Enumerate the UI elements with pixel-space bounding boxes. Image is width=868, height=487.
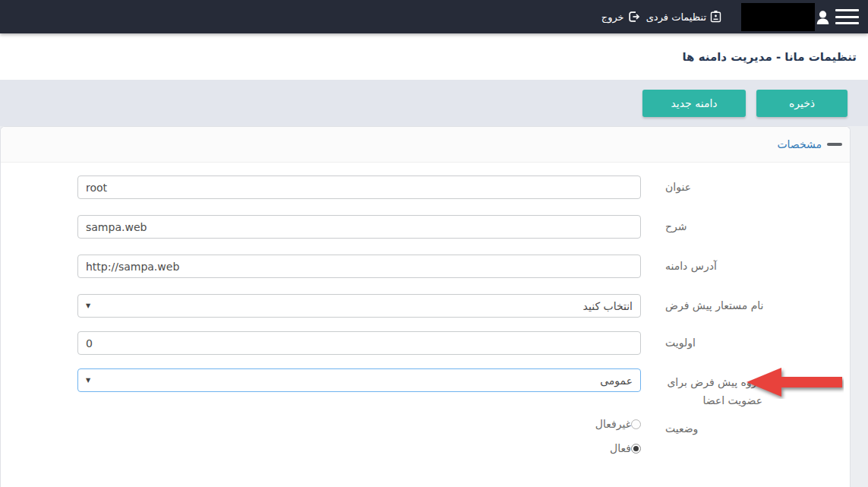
status-option-inactive[interactable]: غیرفعال bbox=[595, 419, 641, 429]
form-row-priority: اولویت bbox=[1, 331, 850, 355]
priority-label: اولویت bbox=[641, 337, 850, 349]
action-toolbar: ذخیره دامنه جدید bbox=[0, 80, 868, 126]
domain-form: عنوان شرح آدرس دامنه نام مستعار پیش فرض bbox=[1, 163, 850, 454]
hamburger-menu-icon[interactable] bbox=[835, 9, 859, 24]
caret-down-icon: ▼ bbox=[86, 378, 90, 384]
radio-checked-icon[interactable] bbox=[631, 444, 641, 454]
status-option-active[interactable]: فعال bbox=[610, 443, 641, 454]
default-alias-select[interactable]: انتخاب کنید ▼ bbox=[77, 294, 641, 318]
title-bar: تنظیمات مانا - مدیریت دامنه ها bbox=[0, 33, 868, 80]
form-row-title: عنوان bbox=[1, 176, 850, 199]
nav-logout[interactable]: خروج bbox=[601, 11, 640, 23]
panel-title[interactable]: مشخصات bbox=[777, 138, 822, 150]
nav-personal-settings-label: تنظیمات فردی bbox=[646, 11, 706, 23]
title-label: عنوان bbox=[641, 181, 850, 194]
page-content: مشخصات عنوان شرح آدرس دامنه bbox=[0, 126, 868, 487]
default-alias-label: نام مستعار پیش فرض bbox=[641, 299, 850, 312]
radio-unchecked-icon[interactable] bbox=[631, 419, 641, 429]
save-button[interactable]: ذخیره bbox=[756, 90, 847, 117]
domain-address-input[interactable] bbox=[77, 255, 641, 278]
specifications-panel: مشخصات عنوان شرح آدرس دامنه bbox=[0, 126, 851, 487]
domain-address-label: آدرس دامنه bbox=[641, 260, 850, 273]
form-row-description: شرح bbox=[1, 215, 850, 239]
default-alias-selected-value: انتخاب کنید bbox=[583, 300, 633, 312]
nav-logout-label: خروج bbox=[601, 11, 624, 23]
top-navbar: تنظیمات فردی خروج bbox=[0, 0, 868, 33]
status-inactive-label: غیرفعال bbox=[595, 418, 631, 430]
nav-personal-settings[interactable]: تنظیمات فردی bbox=[646, 11, 721, 23]
new-domain-button[interactable]: دامنه جدید bbox=[642, 90, 746, 117]
form-row-default-alias: نام مستعار پیش فرض انتخاب کنید ▼ bbox=[1, 294, 850, 318]
page-title: تنظیمات مانا - مدیریت دامنه ها bbox=[682, 50, 857, 64]
title-input[interactable] bbox=[77, 176, 641, 199]
form-row-default-group: گروه پیش فرض برای عضویت اعضا عمومی ▼ bbox=[1, 368, 850, 410]
form-row-status: وضعیت غیرفعال فعال bbox=[1, 419, 850, 454]
logout-icon bbox=[628, 11, 640, 23]
person-icon[interactable] bbox=[815, 9, 831, 25]
status-label: وضعیت bbox=[641, 419, 850, 435]
caret-down-icon: ▼ bbox=[86, 303, 90, 309]
default-group-select[interactable]: عمومی ▼ bbox=[77, 368, 641, 392]
collapse-icon[interactable] bbox=[827, 143, 842, 146]
id-card-icon bbox=[710, 11, 721, 23]
priority-input[interactable] bbox=[77, 331, 641, 355]
default-group-selected-value: عمومی bbox=[600, 375, 633, 387]
form-row-domain-address: آدرس دامنه bbox=[1, 255, 850, 278]
description-input[interactable] bbox=[77, 215, 641, 239]
redacted-username bbox=[741, 3, 815, 31]
description-label: شرح bbox=[641, 220, 850, 233]
status-active-label: فعال bbox=[610, 442, 631, 454]
status-radio-group: غیرفعال فعال bbox=[77, 419, 641, 454]
panel-header: مشخصات bbox=[1, 127, 850, 163]
default-group-label: گروه پیش فرض برای عضویت اعضا bbox=[641, 368, 850, 410]
